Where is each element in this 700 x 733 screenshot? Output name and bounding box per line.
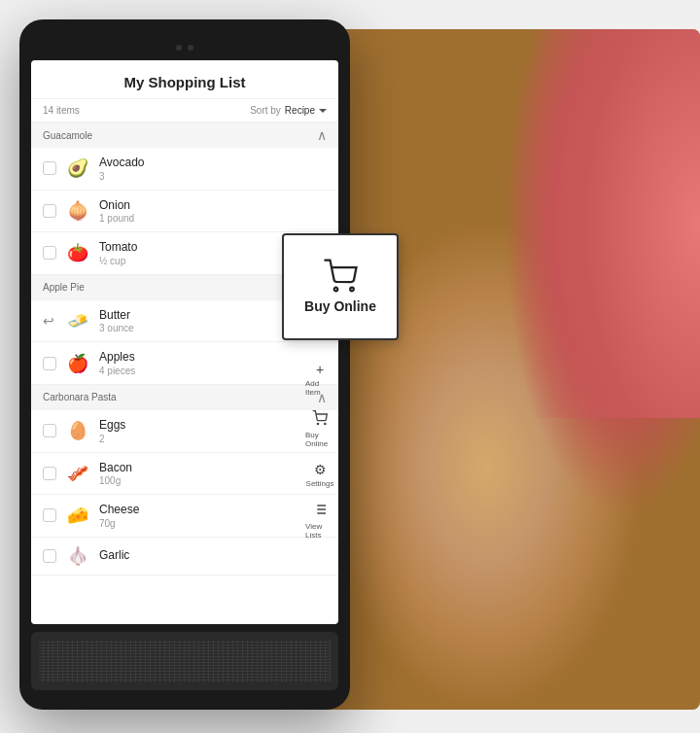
sort-label: Sort by: [250, 105, 281, 116]
sort-chevron-icon[interactable]: [319, 109, 327, 113]
bacon-info: Bacon 100g: [99, 461, 327, 487]
eggs-qty: 2: [99, 434, 327, 444]
onion-checkbox[interactable]: [43, 204, 56, 218]
cheese-icon: 🧀: [64, 505, 91, 526]
apples-name: Apples: [99, 350, 327, 366]
apples-icon: 🍎: [64, 353, 91, 374]
list-item: 🥑 Avocado 3: [31, 148, 338, 191]
avocado-icon: 🥑: [64, 157, 91, 179]
eggs-icon: 🥚: [64, 420, 91, 441]
settings-label: Settings: [306, 479, 334, 488]
list-item: 🥚 Eggs 2: [31, 410, 338, 453]
device-screen: My Shopping List 14 items Sort by Recipe…: [31, 60, 338, 624]
bacon-icon: 🥓: [64, 463, 91, 484]
background-photo: [311, 29, 700, 710]
list-item: 🧅 Onion 1 pound: [31, 191, 338, 233]
svg-point-1: [325, 423, 326, 424]
onion-name: Onion: [99, 198, 327, 214]
app-header: My Shopping List: [31, 60, 338, 99]
section-apple-pie-label: Apple Pie: [43, 282, 85, 293]
section-carbonara: Carbonara Pasta ∧: [31, 385, 338, 410]
add-item-button[interactable]: + Add Item: [301, 356, 338, 402]
side-toolbar: + Add Item Buy Online: [301, 356, 338, 545]
eggs-checkbox[interactable]: [43, 424, 56, 437]
add-item-label: Add Item: [305, 379, 334, 397]
device-speaker: [31, 632, 338, 690]
buy-online-popup-icon: [323, 259, 358, 297]
list-icon: [312, 502, 328, 520]
app-toolbar: 14 items Sort by Recipe: [31, 99, 338, 122]
avocado-qty: 3: [99, 171, 327, 182]
avocado-name: Avocado: [99, 156, 327, 171]
svg-point-9: [350, 288, 354, 292]
cart-icon: [312, 410, 328, 429]
tomato-icon: 🍅: [64, 242, 91, 263]
bacon-qty: 100g: [99, 475, 327, 486]
sort-value: Recipe: [285, 105, 315, 116]
garlic-name: Garlic: [99, 548, 327, 564]
collapse-guacamole-icon[interactable]: ∧: [317, 127, 327, 143]
sort-area[interactable]: Sort by Recipe: [250, 105, 327, 116]
onion-info: Onion 1 pound: [99, 198, 327, 225]
garlic-checkbox[interactable]: [43, 549, 56, 563]
apples-qty: 4 pieces: [99, 366, 327, 376]
cheese-qty: 70g: [99, 518, 327, 529]
buy-online-button[interactable]: Buy Online: [301, 404, 338, 454]
list-item: 🧄 Garlic: [31, 538, 338, 576]
view-lists-button[interactable]: View Lists: [301, 496, 338, 545]
settings-button[interactable]: ⚙ Settings: [301, 456, 338, 494]
onion-qty: 1 pound: [99, 213, 327, 224]
section-carbonara-label: Carbonara Pasta: [43, 392, 117, 402]
avocado-checkbox[interactable]: [43, 161, 56, 175]
eggs-name: Eggs: [99, 418, 327, 434]
items-count: 14 items: [43, 105, 80, 116]
avocado-info: Avocado 3: [99, 156, 327, 182]
cheese-checkbox[interactable]: [43, 508, 56, 522]
apples-checkbox[interactable]: [43, 357, 56, 370]
apples-info: Apples 4 pieces: [99, 350, 327, 376]
svg-point-0: [317, 423, 318, 424]
device-frame: My Shopping List 14 items Sort by Recipe…: [19, 19, 350, 710]
list-item: 🧀 Cheese 70g: [31, 495, 338, 538]
section-guacamole: Guacamole ∧: [31, 122, 338, 148]
scroll-area[interactable]: Guacamole ∧ 🥑 Avocado 3 🧅 Onion: [31, 122, 338, 624]
gear-icon: ⚙: [314, 462, 327, 477]
app-container: My Shopping List 14 items Sort by Recipe…: [31, 60, 338, 624]
eggs-info: Eggs 2: [99, 418, 327, 444]
onion-icon: 🧅: [64, 200, 91, 222]
device-camera: [31, 31, 338, 60]
cheese-info: Cheese 70g: [99, 503, 327, 529]
view-lists-label: View Lists: [305, 522, 334, 540]
buy-online-popup[interactable]: Buy Online: [282, 233, 399, 340]
butter-icon: 🧈: [64, 310, 91, 332]
undo-button[interactable]: ↩: [43, 313, 54, 329]
buy-online-popup-text: Buy Online: [304, 297, 376, 315]
garlic-info: Garlic: [99, 548, 327, 564]
buy-online-label: Buy Online: [305, 431, 334, 448]
app-title: My Shopping List: [43, 74, 327, 90]
plus-icon: +: [316, 362, 324, 377]
bacon-name: Bacon: [99, 461, 327, 476]
list-item: 🥓 Bacon 100g: [31, 453, 338, 496]
cheese-name: Cheese: [99, 503, 327, 518]
garlic-icon: 🧄: [64, 545, 91, 567]
section-guacamole-label: Guacamole: [43, 130, 92, 141]
list-item: 🍎 Apples 4 pieces: [31, 342, 338, 385]
tomato-checkbox[interactable]: [43, 246, 56, 260]
bacon-checkbox[interactable]: [43, 467, 56, 480]
svg-point-8: [334, 288, 338, 292]
